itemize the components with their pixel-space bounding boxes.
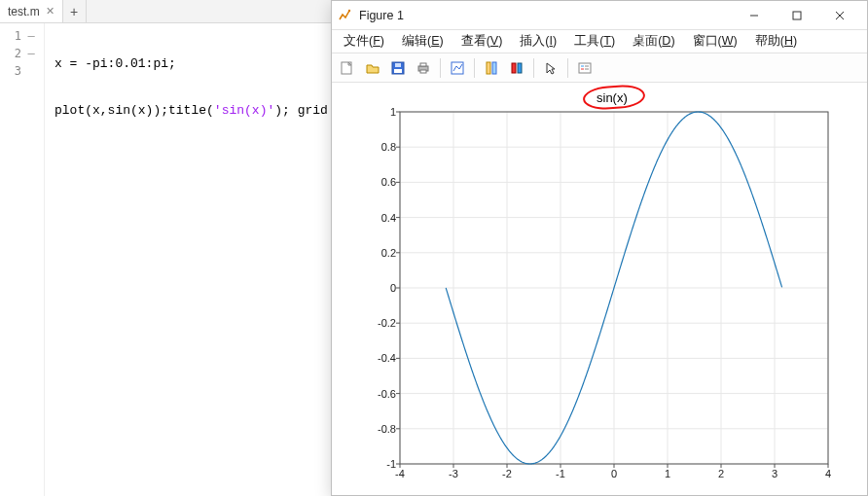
plot-area[interactable]: -4-3-2-101234-1-0.8-0.6-0.4-0.200.20.40.… [332,83,867,495]
gutter-line: 2 — [0,45,44,62]
svg-rect-14 [492,62,496,74]
svg-rect-7 [394,69,402,73]
new-tab-button[interactable]: + [63,0,87,22]
figure-menubar: 文件(F) 编辑(E) 查看(V) 插入(I) 工具(T) 桌面(D) 窗口(W… [332,30,867,53]
svg-rect-15 [512,63,516,73]
x-tick-label: 2 [709,468,733,479]
y-tick-label: -0.8 [361,423,396,435]
close-button[interactable] [818,1,861,30]
pointer-tool-button[interactable] [539,56,562,80]
x-tick-label: -3 [442,468,465,479]
svg-rect-10 [420,63,426,66]
plus-icon: + [70,4,78,19]
edit-plot-button[interactable] [446,56,469,80]
y-tick-label: 0.2 [361,247,396,259]
menu-insert[interactable]: 插入(I) [512,31,564,52]
toolbar-separator [440,58,441,78]
figure-window: Figure 1 文件(F) 编辑(E) 查看(V) 插入(I) 工具(T) 桌… [331,0,868,496]
menu-view[interactable]: 查看(V) [453,31,511,52]
link-plot-button[interactable] [480,56,503,80]
svg-rect-2 [793,12,801,19]
y-tick-label: -1 [361,458,396,470]
maximize-button[interactable] [776,1,818,30]
chart-canvas [332,83,867,495]
print-button[interactable] [412,56,435,80]
editor-tab-testm[interactable]: test.m ✕ [0,0,63,22]
figure-toolbar [332,53,867,83]
gutter-line: 1 — [0,27,44,45]
svg-rect-16 [518,63,522,73]
toolbar-separator [474,58,475,78]
editor-gutter: 1 — 2 — 3 [0,23,45,496]
editor-tab-label: test.m [8,5,40,18]
open-button[interactable] [361,56,384,80]
insert-legend-button[interactable] [573,56,597,80]
x-tick-label: 1 [656,468,679,479]
matlab-figure-icon [338,8,353,23]
close-tab-icon[interactable]: ✕ [46,5,54,18]
figure-titlebar[interactable]: Figure 1 [332,1,867,30]
x-tick-label: 0 [602,468,626,479]
svg-rect-11 [420,70,426,73]
x-tick-label: 4 [816,468,840,479]
svg-rect-12 [452,62,463,74]
x-tick-label: 3 [763,468,786,479]
x-tick-label: -2 [495,468,519,479]
svg-rect-13 [487,62,490,74]
y-tick-label: 0.6 [361,176,396,188]
minimize-button[interactable] [733,1,776,30]
y-tick-label: 1 [361,106,396,118]
menu-window[interactable]: 窗口(W) [685,31,745,52]
menu-tools[interactable]: 工具(T) [566,31,623,52]
menu-edit[interactable]: 编辑(E) [394,31,452,52]
gutter-line: 3 [0,62,44,80]
menu-file[interactable]: 文件(F) [336,31,392,52]
x-tick-label: -1 [549,468,572,479]
y-tick-label: 0 [361,282,396,294]
new-figure-button[interactable] [336,56,359,80]
y-tick-label: -0.4 [361,352,396,364]
menu-desktop[interactable]: 桌面(D) [625,31,682,52]
svg-point-0 [348,9,350,11]
y-tick-label: -0.2 [361,317,396,329]
save-button[interactable] [386,56,410,80]
toolbar-separator [533,58,534,78]
y-tick-label: -0.6 [361,388,396,400]
y-tick-label: 0.8 [361,141,396,153]
svg-rect-17 [579,63,591,73]
insert-colorbar-button[interactable] [505,56,528,80]
y-tick-label: 0.4 [361,212,396,224]
menu-help[interactable]: 帮助(H) [747,31,805,52]
figure-title: Figure 1 [359,9,733,22]
toolbar-separator [567,58,568,78]
editor-code[interactable]: x = -pi:0.01:pi; plot(x,sin(x));title('s… [54,27,350,196]
svg-rect-8 [395,63,401,67]
